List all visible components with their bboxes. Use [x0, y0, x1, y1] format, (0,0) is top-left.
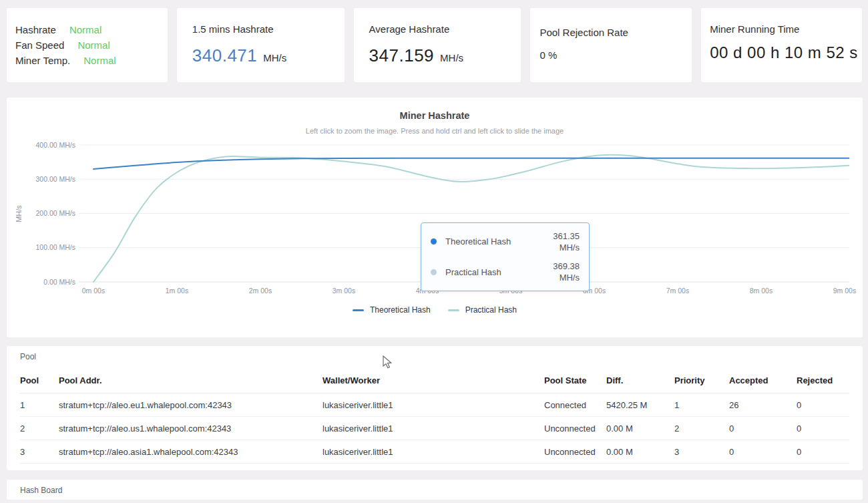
hashrate-status-value: Normal: [69, 22, 101, 37]
legend-practical-label: Practical Hash: [465, 305, 517, 315]
pool-rejection-value: 0 %: [539, 49, 692, 61]
running-time-title: Miner Running Time: [710, 23, 862, 35]
hashrate-chart-card: Miner Hashrate Left click to zoom the im…: [7, 98, 863, 337]
pool-table-row: 2stratum+tcp://aleo.us1.whalepool.com:42…: [20, 417, 849, 440]
pool-section-title: Pool: [20, 352, 849, 361]
x-tick-label: 8m 00s: [750, 287, 773, 295]
pool-state-cell: Unconnected: [544, 440, 606, 464]
pool-rejection-title: Pool Rejection Rate: [539, 27, 692, 38]
accepted-cell: 0: [729, 417, 797, 440]
legend-item-practical[interactable]: Practical Hash: [448, 305, 517, 315]
chart-legend: Theoretical Hash Practical Hash: [7, 305, 863, 315]
diff-cell: 5420.25 M: [606, 393, 674, 417]
legend-item-theoretical[interactable]: Theoretical Hash: [353, 305, 431, 315]
tooltip-theoretical-name: Theoretical Hash: [445, 236, 511, 246]
hashrate-avg-value: 347.159: [369, 45, 434, 66]
hashrate-15min-card: 1.5 mins Hashrate 340.471 MH/s: [177, 8, 345, 82]
theoretical-series-dot-icon: [431, 238, 437, 244]
pool-table-row: 1stratum+tcp://aleo.eu1.whalepool.com:42…: [20, 393, 849, 417]
pool-rejection-card: Pool Rejection Rate 0 %: [530, 8, 692, 82]
y-tick-label: 400.00 MH/s: [35, 141, 75, 149]
tooltip-practical-name: Practical Hash: [445, 267, 501, 277]
hashrate-avg-title: Average Hashrate: [369, 23, 521, 35]
practical-line-swatch-icon: [448, 309, 459, 311]
hashrate-line-chart[interactable]: 0.00 MH/s100.00 MH/s200.00 MH/s300.00 MH…: [7, 98, 863, 337]
chart-tooltip: Theoretical Hash 361.35 MH/s Practical H…: [421, 222, 590, 291]
x-tick-label: 3m 00s: [333, 287, 355, 295]
col-header-wallet-worker: Wallet/Worker: [322, 370, 544, 393]
col-header-pool-state: Pool State: [544, 370, 606, 393]
hashrate-15min-title: 1.5 mins Hashrate: [192, 23, 345, 35]
hash-board-section-title: Hash Board: [20, 486, 849, 495]
pool-id-cell: 2: [20, 417, 59, 440]
status-card: Hashrate Normal Fan Speed Normal Miner T…: [7, 8, 168, 82]
priority-cell: 2: [674, 417, 729, 440]
x-tick-label: 2m 00s: [249, 287, 272, 295]
col-header-pool: Pool: [20, 370, 59, 393]
hashrate-status-label: Hashrate: [15, 22, 56, 37]
miner-temp-status-value: Normal: [83, 53, 116, 68]
priority-cell: 3: [674, 440, 729, 464]
practical-series-dot-icon: [431, 269, 437, 275]
y-tick-label: 300.00 MH/s: [35, 175, 75, 183]
tooltip-row-practical: Practical Hash 369.38 MH/s: [431, 257, 580, 287]
y-axis-label: MH/s: [15, 187, 23, 240]
hash-board-section-card: Hash Board: [7, 480, 863, 500]
pool-state-cell: Connected: [544, 393, 606, 417]
col-header-rejected: Rejected: [797, 370, 849, 393]
col-header-accepted: Accepted: [729, 370, 797, 393]
rejected-cell: 0: [797, 440, 849, 464]
y-tick-label: 0.00 MH/s: [43, 278, 75, 286]
summary-cards: Hashrate Normal Fan Speed Normal Miner T…: [7, 8, 862, 82]
legend-theoretical-label: Theoretical Hash: [370, 305, 431, 315]
accepted-cell: 26: [729, 393, 797, 417]
pool-addr-cell: stratum+tcp://aleo.asia1.whalepool.com:4…: [59, 440, 322, 464]
rejected-cell: 0: [797, 393, 849, 417]
pool-section-card: Pool Pool Pool Addr. Wallet/Worker Pool …: [7, 346, 863, 470]
pool-state-cell: Unconnected: [544, 417, 606, 440]
hashrate-15min-value: 340.471: [192, 45, 257, 66]
pool-addr-cell: stratum+tcp://aleo.eu1.whalepool.com:423…: [59, 393, 322, 417]
fan-speed-status-value: Normal: [77, 37, 110, 53]
priority-cell: 1: [674, 393, 729, 417]
pool-id-cell: 1: [20, 393, 59, 417]
status-row-hashrate: Hashrate Normal: [15, 22, 168, 37]
x-tick-label: 0m 00s: [82, 287, 105, 295]
pool-table-row: 3stratum+tcp://aleo.asia1.whalepool.com:…: [20, 440, 849, 464]
col-header-diff: Diff.: [606, 370, 674, 393]
hashrate-avg-card: Average Hashrate 347.159 MH/s: [354, 8, 521, 82]
theoretical-line-swatch-icon: [353, 309, 364, 311]
wallet-worker-cell: lukasiceriver.little1: [322, 393, 544, 417]
accepted-cell: 0: [729, 440, 797, 464]
tooltip-theoretical-value: 361.35 MH/s: [553, 230, 580, 253]
running-time-card: Miner Running Time 00 d 00 h 10 m 52 s: [701, 8, 862, 82]
status-row-miner-temp: Miner Temp. Normal: [15, 53, 168, 68]
miner-temp-status-label: Miner Temp.: [15, 53, 70, 68]
hashrate-avg-unit: MH/s: [440, 52, 463, 63]
pool-id-cell: 3: [20, 440, 59, 464]
col-header-pool-addr: Pool Addr.: [59, 370, 322, 393]
x-tick-label: 9m 00s: [833, 287, 856, 295]
wallet-worker-cell: lukasiceriver.little1: [322, 440, 544, 464]
pool-addr-cell: stratum+tcp://aleo.us1.whalepool.com:423…: [59, 417, 322, 440]
running-time-value: 00 d 00 h 10 m 52 s: [710, 43, 862, 62]
tooltip-practical-value: 369.38 MH/s: [553, 261, 580, 283]
diff-cell: 0.00 M: [606, 417, 674, 440]
wallet-worker-cell: lukasiceriver.little1: [322, 417, 544, 440]
hashrate-15min-unit: MH/s: [263, 52, 286, 63]
pool-table: Pool Pool Addr. Wallet/Worker Pool State…: [20, 370, 849, 464]
x-tick-label: 1m 00s: [166, 287, 188, 295]
col-header-priority: Priority: [674, 370, 729, 393]
y-tick-label: 200.00 MH/s: [35, 209, 75, 217]
fan-speed-status-label: Fan Speed: [15, 37, 64, 53]
x-tick-label: 7m 00s: [666, 287, 689, 295]
y-tick-label: 100.00 MH/s: [35, 243, 75, 251]
rejected-cell: 0: [797, 417, 849, 440]
diff-cell: 0.00 M: [606, 440, 674, 464]
pool-table-header-row: Pool Pool Addr. Wallet/Worker Pool State…: [20, 370, 849, 393]
status-row-fan-speed: Fan Speed Normal: [15, 37, 168, 53]
tooltip-row-theoretical: Theoretical Hash 361.35 MH/s: [431, 227, 580, 257]
